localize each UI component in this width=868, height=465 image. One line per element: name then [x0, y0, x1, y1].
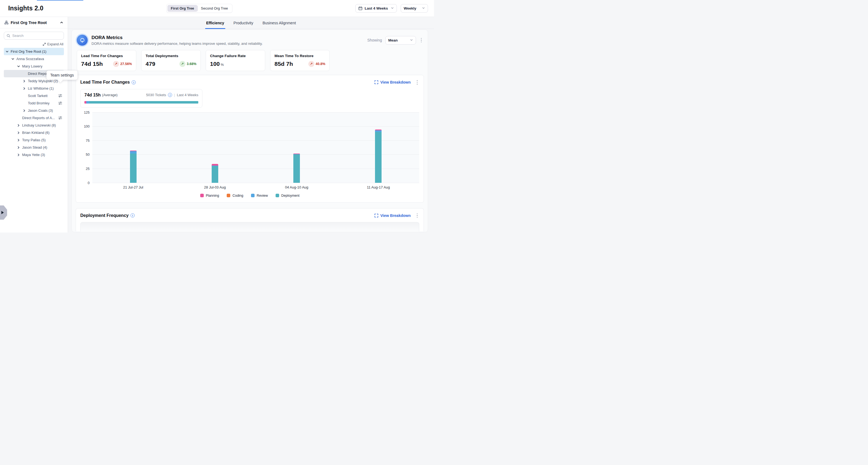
aggregation-select[interactable]: Mean	[385, 36, 416, 44]
metric-card-value-row: 100%	[210, 61, 261, 67]
tree-item-label: Jason Coats (3)	[28, 108, 53, 113]
date-range-select[interactable]: Last 4 Weeks	[355, 4, 397, 12]
deployment-frequency-section: Deployment Frequency i View Breakdown	[76, 208, 424, 232]
tree-item[interactable]: First Org Tree Root (1)	[4, 48, 64, 55]
deployment-frequency-kebab-menu[interactable]	[415, 212, 420, 219]
chevron-down-icon	[391, 6, 394, 10]
team-settings-icon[interactable]	[58, 101, 62, 105]
tree-item[interactable]: Todd Bromley	[4, 99, 64, 107]
info-icon[interactable]: i	[130, 213, 135, 217]
trend-up-arrow-icon: ↗	[113, 61, 119, 67]
phase-segment-review	[86, 101, 89, 103]
metric-card: Change Failure Rate100%	[206, 50, 265, 71]
summary-divider: |	[174, 93, 175, 97]
stacked-bar	[130, 151, 136, 183]
x-axis-labels: 21 Jul-27 Jul28 Jul-03 Aug04 Aug-10 Aug1…	[92, 185, 419, 189]
y-tick-label: 75	[86, 139, 90, 143]
bar-segment-review	[130, 151, 136, 154]
tree-item[interactable]: Jason Coats (3)	[4, 107, 64, 114]
legend-item-deployment[interactable]: Deployment	[276, 194, 300, 197]
granularity-select[interactable]: Weekly	[401, 4, 428, 12]
legend-label: Coding	[232, 194, 243, 197]
chevron-right-icon[interactable]	[17, 146, 21, 149]
chevron-down-icon[interactable]	[17, 65, 21, 68]
x-tick-label: 28 Jul-03 Aug	[174, 185, 256, 189]
tree-item-label: Lindsay Liszewski (8)	[22, 123, 56, 127]
sidebar-header[interactable]: First Org Tree Root	[0, 17, 68, 28]
team-settings-icon[interactable]	[58, 116, 62, 120]
trend-up-arrow-icon: ↗	[308, 61, 314, 67]
delta-badge: ↗40.8%	[308, 61, 325, 67]
legend-item-coding[interactable]: Coding	[227, 194, 243, 197]
stacked-bar	[212, 164, 218, 183]
deployment-frequency-title: Deployment Frequency	[80, 213, 129, 218]
chart-legend: PlanningCodingReviewDeployment	[80, 194, 419, 197]
metric-card-title: Change Failure Rate	[210, 54, 261, 58]
metric-cards-row: Lead Time For Changes74d 15h↗27.56%Total…	[77, 50, 423, 71]
expand-all-button[interactable]: Expand All	[42, 42, 63, 46]
y-axis-labels: 0255075100125	[80, 113, 92, 183]
team-settings-icon[interactable]	[58, 94, 62, 98]
tab-productivity[interactable]: Productivity	[234, 17, 253, 29]
org-tree-sidebar: First Org Tree Root Expand All First Org…	[0, 17, 68, 232]
org-tree-toggle-option[interactable]: First Org Tree	[167, 5, 197, 12]
legend-item-review[interactable]: Review	[251, 194, 268, 197]
tree-item[interactable]: Mary Lowery	[4, 63, 64, 70]
phase-segment-deployment	[89, 101, 198, 103]
tab-business-alignment[interactable]: Business Alignment	[262, 17, 296, 29]
chart-column	[338, 113, 419, 183]
tree-item[interactable]: Scott Tarkett	[4, 92, 64, 99]
legend-label: Review	[257, 194, 268, 197]
lead-time-kebab-menu[interactable]	[415, 79, 420, 86]
chevron-down-icon[interactable]	[5, 50, 9, 53]
tree-item[interactable]: Liz Whittome (1)	[4, 85, 64, 92]
deployment-frequency-summary-card	[80, 222, 419, 231]
tree-item[interactable]: Tony Pallas (5)	[4, 136, 64, 144]
legend-swatch	[200, 194, 204, 197]
tab-efficiency[interactable]: Efficiency	[206, 17, 224, 29]
chevron-right-icon[interactable]	[17, 131, 21, 134]
legend-swatch	[227, 194, 230, 197]
top-progress-bar	[37, 0, 83, 1]
chevron-down-icon[interactable]	[11, 57, 15, 61]
info-icon[interactable]: i	[168, 93, 172, 97]
org-tree-toggle: First Org TreeSecond Org Tree	[166, 4, 232, 13]
legend-item-planning[interactable]: Planning	[200, 194, 219, 197]
tree-item-label: Liz Whittome (1)	[28, 86, 54, 90]
search-input[interactable]	[12, 34, 61, 38]
org-tree-toggle-option[interactable]: Second Org Tree	[198, 5, 231, 12]
tree-item[interactable]: Maya Yette (3)	[4, 151, 64, 158]
metric-card-value: 479	[146, 61, 155, 67]
bar-segment-deployment	[375, 132, 381, 183]
chevron-right-icon[interactable]	[17, 138, 21, 142]
chevron-right-icon[interactable]	[22, 87, 27, 90]
tree-item[interactable]: Anna Scozzafava	[4, 55, 64, 63]
summary-period: Last 4 Weeks	[177, 93, 198, 97]
tree-item[interactable]: Direct Reports of A...	[4, 114, 64, 122]
tree-item[interactable]: Jason Stead (4)	[4, 144, 64, 151]
lead-time-chart: 0255075100125	[80, 113, 419, 183]
dora-kebab-menu[interactable]	[419, 37, 424, 44]
tree-item[interactable]: Brian Kirkland (6)	[4, 129, 64, 136]
legend-swatch	[276, 194, 279, 197]
y-tick-label: 125	[84, 111, 90, 115]
tree-item-label: Brian Kirkland (6)	[22, 131, 50, 135]
tree-item[interactable]: Lindsay Liszewski (8)	[4, 122, 64, 129]
info-icon[interactable]: i	[132, 80, 136, 85]
chevron-right-icon[interactable]	[22, 109, 27, 112]
chevron-right-icon[interactable]	[17, 153, 21, 157]
legend-label: Deployment	[281, 194, 300, 197]
collapse-chevron-up-icon[interactable]	[60, 21, 63, 24]
sidebar-title: First Org Tree Root	[11, 21, 58, 25]
trend-up-arrow-icon: ↗	[180, 61, 185, 67]
metric-card-unit: %	[221, 63, 224, 67]
expand-all-label: Expand All	[47, 42, 63, 46]
metric-card-value-row: 74d 15h↗27.56%	[81, 61, 132, 67]
metric-card: Mean Time To Restore85d 7h↗40.8%	[270, 50, 330, 71]
view-breakdown-link[interactable]: View Breakdown	[374, 80, 410, 85]
view-breakdown-link[interactable]: View Breakdown	[374, 213, 410, 218]
search-icon	[6, 34, 10, 38]
metric-card-title: Mean Time To Restore	[275, 54, 325, 58]
chevron-right-icon[interactable]	[17, 124, 21, 127]
chevron-right-icon[interactable]	[22, 80, 27, 83]
